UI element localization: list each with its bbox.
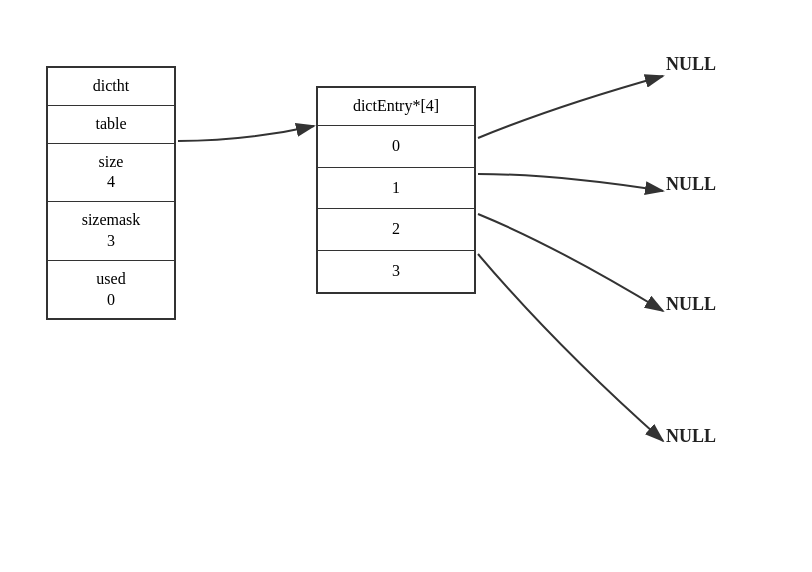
array-header: dictEntry*[4] xyxy=(318,88,474,126)
entry-2: 2 xyxy=(318,209,474,251)
null-label-2: NULL xyxy=(666,294,716,315)
entry-3: 3 xyxy=(318,251,474,292)
null-label-0: NULL xyxy=(666,54,716,75)
field-sizemask: sizemask3 xyxy=(48,202,174,261)
field-used: used0 xyxy=(48,261,174,319)
null-label-1: NULL xyxy=(666,174,716,195)
arrow-1 xyxy=(478,174,663,191)
table-arrow xyxy=(178,126,314,141)
left-struct: dictht table size4 sizemask3 used0 xyxy=(46,66,176,320)
entry-1: 1 xyxy=(318,168,474,210)
entry-0: 0 xyxy=(318,126,474,168)
field-dictht: dictht xyxy=(48,68,174,106)
field-table: table xyxy=(48,106,174,144)
field-size: size4 xyxy=(48,144,174,203)
arrow-0 xyxy=(478,76,663,138)
diagram: dictht table size4 sizemask3 used0 dictE… xyxy=(26,26,786,546)
arrow-3 xyxy=(478,254,663,441)
right-struct: dictEntry*[4] 0 1 2 3 xyxy=(316,86,476,294)
null-label-3: NULL xyxy=(666,426,716,447)
arrow-2 xyxy=(478,214,663,311)
